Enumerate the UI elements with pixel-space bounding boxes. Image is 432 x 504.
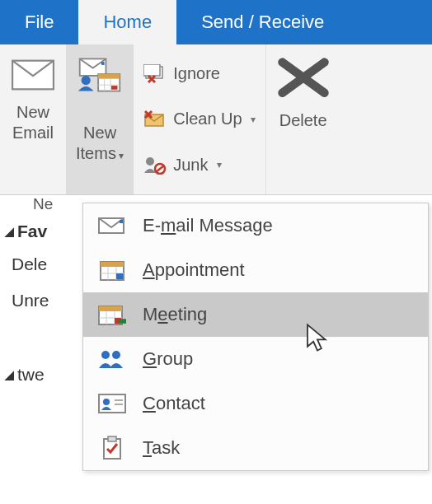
new-items-icon [77,56,123,94]
delete-label: Delete [279,111,327,130]
dropdown-caret-icon: ▾ [116,150,124,161]
menu-label: Group [143,348,193,370]
cleanup-group: Ignore Clean Up ▾ [134,44,265,194]
svg-line-19 [156,166,164,172]
contact-card-icon [98,391,126,416]
nav-favorites[interactable]: ◢ Fav [5,222,77,241]
nav-deleted[interactable]: Dele [12,254,82,274]
svg-rect-45 [108,436,116,441]
new-email-button[interactable]: New Email [0,44,66,194]
svg-rect-31 [99,306,122,311]
dropdown-caret-icon: ▾ [251,114,256,125]
menu-meeting[interactable]: Meeting [83,292,428,337]
meeting-icon [98,302,126,327]
ribbon-group-new-label: Ne [33,195,82,213]
menu-task[interactable]: Task [83,426,428,470]
menu-label: Appointment [143,259,245,281]
clean-up-icon [143,110,167,129]
svg-rect-9 [111,86,117,90]
ribbon: New Email New Items ▾ [0,44,432,195]
collapse-caret-icon: ◢ [5,225,14,238]
envelope-icon [98,213,126,238]
dropdown-caret-icon: ▾ [217,159,222,170]
menu-appointment[interactable]: Appointment [83,248,428,292]
ribbon-tabs: File Home Send / Receive [0,0,432,44]
svg-rect-2 [101,62,105,65]
menu-label: Contact [143,393,205,414]
junk-button[interactable]: Junk ▾ [140,153,258,176]
svg-rect-11 [143,64,160,76]
svg-rect-29 [116,273,123,279]
collapse-caret-icon: ◢ [5,368,14,381]
svg-point-17 [146,157,154,166]
svg-point-39 [112,351,120,359]
task-clipboard-icon [98,436,126,460]
junk-icon [143,155,167,175]
svg-point-38 [101,351,110,359]
tab-file[interactable]: File [0,0,78,44]
new-email-label: New Email [12,102,54,143]
svg-point-3 [82,76,91,85]
delete-button[interactable]: Delete [266,44,340,194]
menu-contact[interactable]: Contact [83,381,428,426]
delete-icon [275,53,332,105]
nav-pane: Ne ◢ Fav Dele Unre ◢ twe [0,195,82,398]
new-items-menu: E-mail Message Appointment [82,203,429,471]
svg-rect-23 [120,220,123,223]
group-icon [98,347,126,371]
clean-up-button[interactable]: Clean Up ▾ [140,108,258,131]
nav-tweets[interactable]: ◢ twe [5,365,77,385]
menu-group[interactable]: Group [83,337,428,381]
envelope-icon [10,56,56,94]
tab-send-receive[interactable]: Send / Receive [176,0,349,44]
svg-point-41 [103,399,110,405]
svg-rect-5 [98,74,120,79]
ignore-label: Ignore [173,64,220,83]
nav-unread[interactable]: Unre [12,291,82,310]
junk-label: Junk [173,156,208,175]
svg-rect-25 [101,262,124,267]
menu-label: Task [143,437,180,459]
menu-email-message[interactable]: E-mail Message [83,203,428,248]
new-items-button[interactable]: New Items ▾ [66,44,134,194]
clean-up-label: Clean Up [173,110,242,128]
ignore-button[interactable]: Ignore [140,63,258,86]
menu-label: Meeting [143,304,207,325]
calendar-icon [98,258,126,282]
new-items-label: New Items ▾ [76,102,124,164]
ignore-icon [143,64,167,84]
tab-home[interactable]: Home [78,0,176,44]
menu-label: E-mail Message [143,215,273,236]
